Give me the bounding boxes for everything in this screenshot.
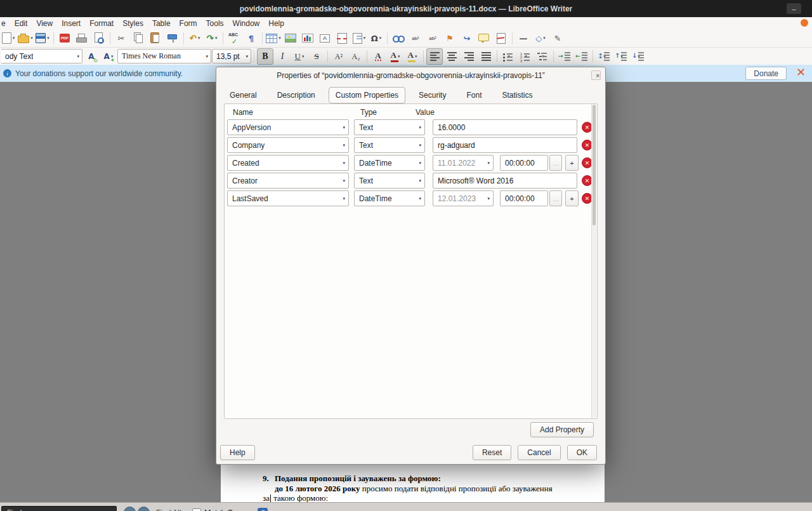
strikethrough-icon[interactable]: S xyxy=(308,48,325,65)
insert-textbox-icon[interactable] xyxy=(317,30,333,46)
insert-footnote-icon[interactable] xyxy=(407,30,424,46)
underline-icon[interactable]: U▾ xyxy=(291,48,308,65)
outline-list-dropdown-icon[interactable]: ▾ xyxy=(542,54,544,59)
unordered-list-icon[interactable]: ▾ xyxy=(500,48,516,65)
font-size-dropdown-icon[interactable]: ▾ xyxy=(246,54,248,59)
insert-field-icon[interactable]: ▾ xyxy=(351,30,367,46)
date-dropdown-icon[interactable]: ▾ xyxy=(487,196,490,201)
print-preview-icon[interactable] xyxy=(91,30,107,46)
save-icon[interactable]: ▾ xyxy=(34,30,51,46)
type-dropdown-icon[interactable]: ▾ xyxy=(419,125,421,130)
formatting-marks-icon[interactable]: ¶ xyxy=(243,30,259,46)
print-icon[interactable] xyxy=(74,30,90,46)
menu-edit[interactable]: Edit xyxy=(10,17,32,29)
ok-button[interactable]: OK xyxy=(567,445,597,460)
insert-field-dropdown-icon[interactable]: ▾ xyxy=(363,36,366,41)
tab-statistics[interactable]: Statistics xyxy=(495,87,539,103)
font-name-combobox[interactable]: Times New Roman ▾ xyxy=(117,49,211,63)
insert-table-icon[interactable]: ▾ xyxy=(265,30,282,46)
menu-form[interactable]: Form xyxy=(175,17,202,29)
infobar-close-icon[interactable]: ✕ xyxy=(796,65,806,79)
find-and-replace-icon[interactable] xyxy=(258,508,268,511)
menu-styles[interactable]: Styles xyxy=(118,17,148,29)
paragraph-style-combobox[interactable]: ody Text ▾ xyxy=(1,49,82,63)
undo-dropdown-icon[interactable]: ▾ xyxy=(198,36,200,41)
spelling-icon[interactable] xyxy=(226,30,242,46)
insert-bookmark-icon[interactable]: ⚑ xyxy=(442,30,458,46)
insert-endnote-icon[interactable] xyxy=(424,30,441,46)
property-time-input[interactable] xyxy=(500,190,548,206)
menu-insert[interactable]: Insert xyxy=(57,17,85,29)
font-size-combobox[interactable]: 13,5 pt ▾ xyxy=(212,49,251,63)
property-value-input[interactable] xyxy=(433,173,577,189)
insert-image-icon[interactable] xyxy=(282,30,299,46)
type-dropdown-icon[interactable]: ▾ xyxy=(419,161,421,166)
copy-icon[interactable] xyxy=(130,30,147,46)
tab-font[interactable]: Font xyxy=(459,87,488,103)
character-spotlight-icon[interactable]: A xyxy=(370,48,386,65)
insert-chart-icon[interactable] xyxy=(299,30,316,46)
properties-scrollbar[interactable] xyxy=(591,105,596,418)
find-all-button[interactable]: Find All xyxy=(156,508,181,511)
subscript-icon[interactable]: A₂ xyxy=(348,48,364,65)
unordered-list-dropdown-icon[interactable]: ▾ xyxy=(508,54,510,59)
decrease-paragraph-spacing-dropdown-icon[interactable]: ▾ xyxy=(638,54,640,59)
new-style-dropdown-icon[interactable]: ▾ xyxy=(111,54,114,59)
property-time-input[interactable] xyxy=(500,155,548,171)
increase-paragraph-spacing-icon[interactable]: ▾ xyxy=(613,48,629,65)
ordered-list-icon[interactable]: ▾ xyxy=(517,48,534,65)
draw-functions-icon[interactable]: ✎ xyxy=(549,30,566,46)
find-next-button[interactable]: ▾ xyxy=(138,507,150,511)
menu-table[interactable]: Table xyxy=(148,17,175,29)
dialog-close-button[interactable]: × xyxy=(591,70,601,80)
line-spacing-icon[interactable]: ▾ xyxy=(596,48,612,65)
property-type-combobox[interactable]: Text▾ xyxy=(354,173,425,189)
cut-icon[interactable]: ✂ xyxy=(113,30,129,46)
redo-icon[interactable]: ↷▾ xyxy=(204,30,220,46)
font-name-dropdown-icon[interactable]: ▾ xyxy=(206,54,208,59)
menu-window[interactable]: Window xyxy=(228,17,265,29)
clone-formatting-icon[interactable]: ▾ xyxy=(164,30,181,46)
paste-icon[interactable]: ▾ xyxy=(147,30,164,46)
property-type-combobox[interactable]: Text▾ xyxy=(354,137,425,153)
type-dropdown-icon[interactable]: ▾ xyxy=(419,196,421,201)
update-notification-icon[interactable] xyxy=(801,19,808,27)
reset-button[interactable]: Reset xyxy=(473,445,511,460)
property-value-input[interactable] xyxy=(433,119,577,135)
ordered-list-dropdown-icon[interactable]: ▾ xyxy=(525,54,527,59)
paste-dropdown-icon[interactable]: ▾ xyxy=(155,36,157,41)
date-dropdown-icon[interactable]: ▾ xyxy=(487,161,490,166)
property-type-combobox[interactable]: DateTime▾ xyxy=(354,155,425,171)
match-case-label[interactable]: Match Case xyxy=(204,508,245,511)
property-name-combobox[interactable]: LastSaved▾ xyxy=(227,190,349,206)
redo-dropdown-icon[interactable]: ▾ xyxy=(215,36,218,41)
font-color-dropdown-icon[interactable]: ▾ xyxy=(398,54,400,59)
increase-paragraph-spacing-dropdown-icon[interactable]: ▾ xyxy=(620,54,623,59)
open-icon[interactable]: ▾ xyxy=(17,30,34,46)
paragraph-style-dropdown-icon[interactable]: ▾ xyxy=(77,54,79,59)
type-dropdown-icon[interactable]: ▾ xyxy=(419,178,421,183)
new-document-dropdown-icon[interactable]: ▾ xyxy=(13,36,15,41)
font-color-icon[interactable]: A▾ xyxy=(387,48,403,65)
minimize-button[interactable]: – xyxy=(787,3,801,14)
special-character-dropdown-icon[interactable]: ▾ xyxy=(379,36,382,41)
add-value-button[interactable]: + xyxy=(565,190,579,206)
track-changes-icon[interactable] xyxy=(493,30,509,46)
property-date-picker[interactable]: 11.01.2022▾ xyxy=(433,155,494,171)
menu-help[interactable]: Help xyxy=(264,17,289,29)
menu-view[interactable]: View xyxy=(32,17,57,29)
new-style-icon[interactable]: A▾ xyxy=(100,48,117,65)
decrease-indent-icon[interactable] xyxy=(573,48,590,65)
basic-shapes-icon[interactable]: ◇▾ xyxy=(532,30,549,46)
clone-formatting-dropdown-icon[interactable]: ▾ xyxy=(172,36,174,41)
update-style-icon[interactable]: A xyxy=(83,48,100,65)
export-pdf-icon[interactable] xyxy=(56,30,73,46)
help-button[interactable]: Help xyxy=(220,445,255,460)
cross-reference-icon[interactable]: ↪ xyxy=(459,30,475,46)
align-center-icon[interactable] xyxy=(443,48,460,65)
property-name-combobox[interactable]: Creator▾ xyxy=(227,173,349,189)
scrollbar-thumb[interactable] xyxy=(593,105,596,225)
insert-hyperlink-icon[interactable] xyxy=(390,30,407,46)
cancel-button[interactable]: Cancel xyxy=(518,445,560,460)
menu-tools[interactable]: Tools xyxy=(202,17,228,29)
